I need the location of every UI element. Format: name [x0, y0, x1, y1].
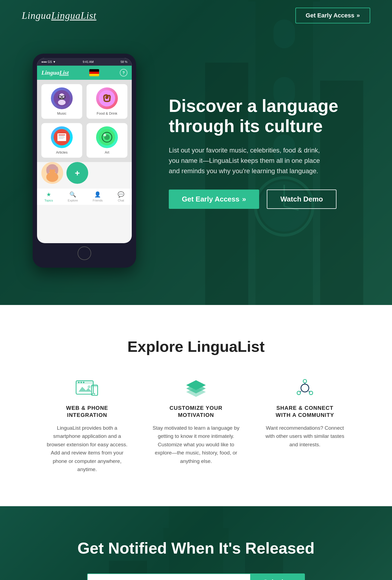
grid-item-art: Art — [87, 123, 127, 158]
network-icon — [291, 377, 318, 399]
grid-item-food: Food & Drink — [87, 84, 127, 119]
food-icon — [96, 87, 118, 109]
svg-point-47 — [94, 393, 95, 395]
email-input-wrapper: Email — [87, 573, 250, 580]
german-flag — [89, 69, 99, 76]
hero-buttons: Get Early Access » Watch Demo — [169, 190, 370, 209]
svg-point-41 — [78, 382, 79, 383]
submit-button[interactable]: Submit » — [250, 573, 305, 580]
phone-grid: Music — [37, 80, 132, 162]
hero-section: ●●● GS ▼ 9:41 AM 58 % LinguaList — [0, 0, 392, 305]
feature-web-phone-title: WEB & PHONE INTEGRATION — [66, 404, 108, 419]
header-cta-button[interactable]: Get Early Access » — [295, 8, 370, 23]
hero-cta-button[interactable]: Get Early Access » — [169, 190, 259, 209]
plus-button[interactable]: + — [66, 162, 88, 184]
hero-subtitle: List out your favorite music, celebritie… — [169, 145, 321, 176]
explore-section: Explore LinguaList — [0, 305, 392, 506]
feature-share-desc: Want recommendations? Connect with other… — [261, 424, 348, 449]
feature-customize-desc: Stay motivated to learn a language by ge… — [152, 424, 240, 465]
articles-icon — [51, 126, 73, 148]
notify-form: Email Submit » — [87, 573, 305, 580]
svg-rect-46 — [91, 385, 98, 387]
svg-point-42 — [81, 382, 82, 383]
feature-share-title: SHARE & CONNECT WITH A COMMUNITY — [276, 404, 334, 419]
person-avatar — [41, 162, 63, 184]
svg-rect-21 — [60, 98, 64, 99]
grid-item-music: Music — [41, 84, 82, 119]
svg-point-52 — [301, 384, 309, 392]
layers-icon — [182, 377, 210, 399]
svg-point-17 — [58, 100, 66, 105]
svg-point-55 — [309, 391, 313, 395]
svg-point-43 — [83, 382, 84, 383]
phone-help-icon: ? — [120, 69, 127, 77]
nav-friends: 👤 Friends — [93, 191, 103, 202]
feature-share: SHARE & CONNECT WITH A COMMUNITY Want re… — [261, 377, 348, 474]
hero-title: Discover a language through its culture — [169, 96, 370, 136]
header: LinguaLinguaList Get Early Access » — [0, 0, 392, 31]
svg-rect-27 — [59, 137, 65, 138]
feature-web-phone-desc: LinguaList provides both a smartphone ap… — [44, 424, 131, 474]
nav-chat: 💬 Chat — [118, 191, 124, 202]
phone-person-row: + — [37, 162, 132, 186]
svg-point-53 — [303, 380, 307, 383]
notify-title: Get Notified When It's Released — [22, 539, 370, 557]
svg-rect-28 — [59, 138, 63, 139]
features-grid: WEB & PHONE INTEGRATION LinguaList provi… — [33, 377, 359, 474]
svg-point-38 — [46, 172, 58, 182]
phone-app-header: LinguaList ? — [37, 66, 132, 80]
notify-section: Get Notified When It's Released Email Su… — [0, 506, 392, 580]
web-phone-icon — [74, 377, 101, 399]
nav-topics: ★ Topics — [44, 191, 53, 202]
phone-home-button[interactable] — [78, 246, 91, 260]
feature-web-phone: WEB & PHONE INTEGRATION LinguaList provi… — [44, 377, 131, 474]
svg-point-37 — [55, 166, 58, 174]
hero-content: ●●● GS ▼ 9:41 AM 58 % LinguaList — [0, 37, 392, 268]
svg-rect-25 — [59, 135, 65, 135]
grid-item-articles: Articles — [41, 123, 82, 158]
art-icon — [96, 126, 118, 148]
svg-rect-26 — [59, 136, 64, 136]
hero-text: Discover a language through its culture … — [169, 96, 370, 209]
header-logo: LinguaLinguaList — [22, 10, 96, 21]
svg-point-36 — [46, 166, 50, 174]
explore-title: Explore LinguaList — [22, 338, 370, 355]
hero-demo-button[interactable]: Watch Demo — [267, 190, 337, 209]
phone-mockup: ●●● GS ▼ 9:41 AM 58 % LinguaList — [22, 54, 147, 268]
nav-explore: 🔍 Explore — [68, 191, 78, 202]
feature-customize-title: CUSTOMIZE YOUR MOTIVATION — [170, 404, 222, 419]
music-icon — [51, 87, 73, 109]
email-input[interactable] — [112, 574, 244, 580]
svg-point-44 — [88, 385, 91, 388]
svg-point-54 — [297, 391, 301, 395]
feature-customize: CUSTOMIZE YOUR MOTIVATION Stay motivated… — [152, 377, 240, 474]
svg-point-32 — [103, 134, 106, 136]
phone-status-bar: ●●● GS ▼ 9:41 AM 58 % — [37, 58, 132, 66]
phone-nav: ★ Topics 🔍 Explore 👤 Friends — [37, 188, 132, 205]
notify-content: Get Notified When It's Released Email Su… — [22, 539, 370, 580]
